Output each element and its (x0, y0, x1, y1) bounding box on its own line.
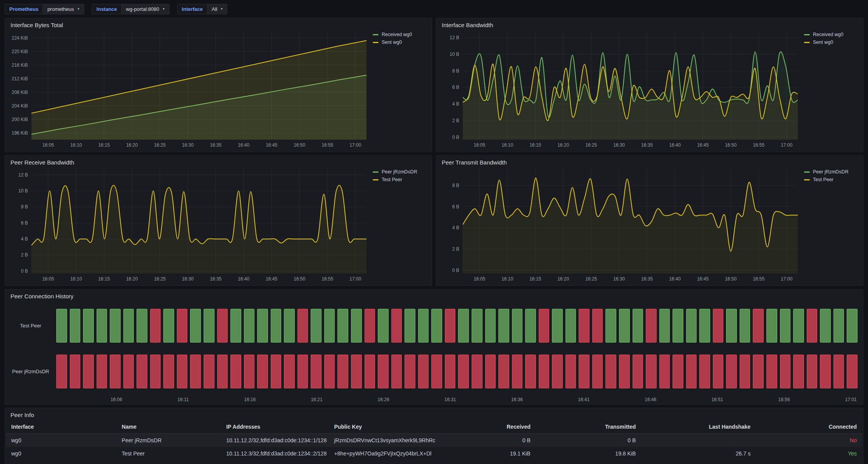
panel-title[interactable]: Peer Transmit Bandwidth (436, 156, 863, 167)
status-bar-up[interactable] (257, 309, 268, 343)
status-bar-up[interactable] (418, 309, 429, 343)
column-header-last-handshake[interactable]: Last Handshake (641, 420, 756, 433)
status-bar-up[interactable] (740, 309, 750, 343)
status-bar-up[interactable] (351, 309, 362, 343)
status-bar-up[interactable] (97, 309, 107, 343)
status-bar-down[interactable] (391, 355, 402, 388)
status-bar-up[interactable] (123, 309, 134, 343)
status-bar-up[interactable] (633, 309, 643, 343)
status-bar-down[interactable] (110, 355, 121, 388)
legend-item[interactable]: Test Peer (804, 177, 858, 182)
status-bar-up[interactable] (472, 309, 482, 343)
status-bar-up[interactable] (793, 309, 804, 343)
status-bar-down[interactable] (740, 355, 750, 388)
status-bar-up[interactable] (605, 309, 616, 343)
status-bar-up[interactable] (619, 309, 630, 343)
status-bar-up[interactable] (565, 309, 576, 343)
status-bar-down[interactable] (659, 355, 670, 388)
status-bar-down[interactable] (592, 309, 603, 343)
status-bar-down[interactable] (391, 309, 402, 343)
status-bar-up[interactable] (56, 309, 67, 343)
status-bar-down[interactable] (177, 309, 188, 343)
status-bar-down[interactable] (753, 355, 764, 388)
status-bar-up[interactable] (699, 309, 710, 343)
panel-title[interactable]: Interface Bytes Total (5, 18, 432, 29)
status-bar-down[interactable] (324, 355, 335, 388)
status-bar-up[interactable] (405, 309, 415, 343)
chart-canvas[interactable] (463, 168, 798, 274)
status-bar-down[interactable] (807, 355, 818, 388)
status-bar-up[interactable] (137, 309, 147, 343)
status-bar-up[interactable] (337, 309, 348, 343)
status-bar-down[interactable] (177, 355, 188, 388)
status-bar-down[interactable] (204, 355, 214, 388)
column-header-interface[interactable]: Interface (6, 420, 116, 433)
status-bar-down[interactable] (83, 355, 94, 388)
status-bar-down[interactable] (284, 355, 295, 388)
status-bar-down[interactable] (807, 309, 818, 343)
status-bar-down[interactable] (472, 355, 482, 388)
legend-item[interactable]: Sent wg0 (804, 40, 858, 45)
chart-canvas[interactable] (463, 31, 798, 140)
status-bar-up[interactable] (110, 309, 121, 343)
status-bar-down[interactable] (56, 355, 67, 388)
status-bar-down[interactable] (297, 309, 308, 343)
status-bar-up[interactable] (485, 309, 496, 343)
status-bar-down[interactable] (539, 355, 550, 388)
status-bar-down[interactable] (633, 355, 643, 388)
status-bar-down[interactable] (365, 355, 375, 388)
column-header-name[interactable]: Name (116, 420, 221, 433)
status-bar-down[interactable] (592, 355, 603, 388)
status-bar-down[interactable] (137, 355, 147, 388)
status-bar-up[interactable] (271, 309, 282, 343)
status-bar-down[interactable] (512, 355, 523, 388)
status-bar-down[interactable] (431, 355, 442, 388)
status-bar-up[interactable] (230, 309, 241, 343)
status-bar-down[interactable] (378, 355, 389, 388)
status-bar-up[interactable] (833, 309, 844, 343)
status-bar-down[interactable] (365, 309, 375, 343)
status-bar-up[interactable] (204, 309, 214, 343)
status-bar-up[interactable] (324, 309, 335, 343)
status-bar-down[interactable] (713, 309, 724, 343)
status-bar-down[interactable] (552, 355, 563, 388)
status-bar-up[interactable] (378, 309, 389, 343)
status-bar-up[interactable] (512, 309, 523, 343)
status-bar-down[interactable] (579, 355, 590, 388)
panel-title[interactable]: Peer Receive Bandwidth (5, 156, 432, 167)
status-bar-down[interactable] (699, 355, 710, 388)
status-bar-down[interactable] (579, 309, 590, 343)
status-bar-down[interactable] (150, 309, 161, 343)
status-bar-up[interactable] (431, 309, 442, 343)
panel-title[interactable]: Peer Info (5, 408, 863, 419)
status-bar-down[interactable] (297, 355, 308, 388)
panel-title[interactable]: Interface Bandwidth (436, 18, 863, 29)
status-bar-down[interactable] (565, 355, 576, 388)
status-bar-up[interactable] (190, 309, 201, 343)
status-bar-up[interactable] (820, 309, 831, 343)
status-bar-down[interactable] (257, 355, 268, 388)
status-bar-up[interactable] (525, 309, 536, 343)
variable-instance-dropdown[interactable]: wg-portal:8080 ▾ (121, 4, 169, 14)
status-bar-down[interactable] (190, 355, 201, 388)
status-bar-down[interactable] (646, 309, 657, 343)
status-bar-up[interactable] (673, 309, 683, 343)
status-bar-down[interactable] (311, 355, 322, 388)
status-bar-down[interactable] (646, 355, 657, 388)
status-bar-up[interactable] (498, 309, 509, 343)
status-bar-down[interactable] (766, 355, 777, 388)
variable-interface-dropdown[interactable]: All ▾ (207, 4, 227, 14)
legend-item[interactable]: Test Peer (373, 177, 427, 182)
status-bar-down[interactable] (230, 355, 241, 388)
status-bar-down[interactable] (726, 355, 737, 388)
status-bar-down[interactable] (445, 355, 456, 388)
legend-item[interactable]: Peer jRzmDsDR (373, 169, 427, 175)
status-bar-down[interactable] (833, 355, 844, 388)
status-bar-down[interactable] (793, 355, 804, 388)
status-bar-down[interactable] (123, 355, 134, 388)
status-bar-down[interactable] (337, 355, 348, 388)
status-bar-down[interactable] (539, 309, 550, 343)
status-bar-up[interactable] (311, 309, 322, 343)
legend-item[interactable]: Sent wg0 (373, 40, 427, 45)
chart-canvas[interactable] (31, 168, 367, 274)
